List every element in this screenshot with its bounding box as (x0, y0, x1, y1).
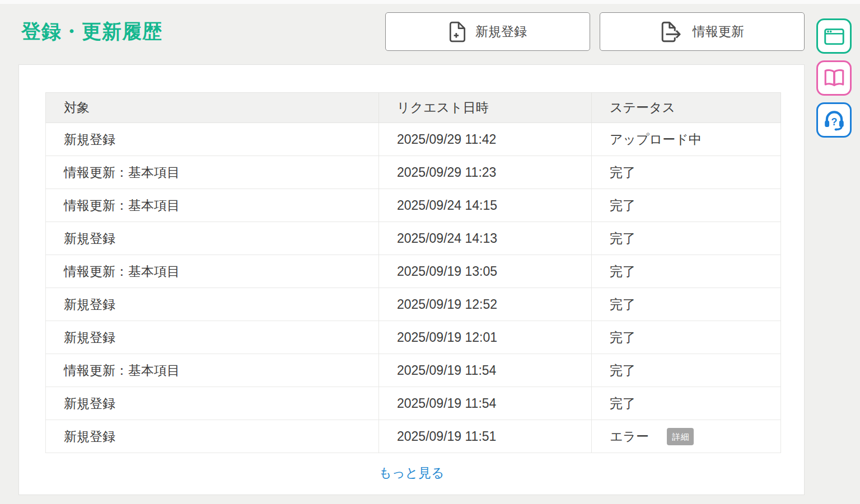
info-update-button[interactable]: 情報更新 (600, 12, 805, 51)
cell-target: 新規登録 (46, 420, 379, 453)
cell-requested-at: 2025/09/19 12:01 (379, 321, 592, 354)
table-row: 新規登録 2025/09/29 11:42 アップロード中 (46, 123, 781, 156)
cell-requested-at: 2025/09/19 12:52 (379, 288, 592, 321)
cell-requested-at: 2025/09/29 11:42 (379, 123, 592, 156)
cell-status: アップロード中 (592, 123, 781, 156)
cell-target: 情報更新：基本項目 (46, 156, 379, 189)
cell-target: 情報更新：基本項目 (46, 255, 379, 288)
status-text: アップロード中 (610, 132, 702, 147)
file-export-icon (660, 21, 684, 43)
cell-requested-at: 2025/09/24 14:15 (379, 189, 592, 222)
floating-sidebar: ? (816, 18, 852, 138)
cell-target: 情報更新：基本項目 (46, 354, 379, 387)
table-row: 情報更新：基本項目 2025/09/19 11:54 完了 (46, 354, 781, 387)
cell-requested-at: 2025/09/19 11:54 (379, 354, 592, 387)
history-table: 対象 リクエスト日時 ステータス 新規登録 2025/09/29 11:42 ア… (45, 92, 781, 453)
info-update-label: 情報更新 (693, 23, 744, 40)
status-text: 完了 (610, 231, 635, 246)
table-row: 情報更新：基本項目 2025/09/19 13:05 完了 (46, 255, 781, 288)
status-text: 完了 (610, 297, 635, 312)
column-header-requested-at: リクエスト日時 (379, 93, 592, 123)
cell-target: 新規登録 (46, 321, 379, 354)
status-text: 完了 (610, 264, 635, 279)
table-row: 新規登録 2025/09/19 12:01 完了 (46, 321, 781, 354)
file-plus-icon (448, 21, 466, 43)
cell-status: エラー 詳細 (592, 420, 781, 453)
cell-target: 新規登録 (46, 123, 379, 156)
show-more-link[interactable]: もっと見る (378, 465, 444, 480)
history-panel: 対象 リクエスト日時 ステータス 新規登録 2025/09/29 11:42 ア… (18, 64, 805, 495)
table-row: 情報更新：基本項目 2025/09/29 11:23 完了 (46, 156, 781, 189)
help-headset-icon[interactable]: ? (816, 102, 852, 138)
status-text: エラー (610, 429, 649, 444)
cell-requested-at: 2025/09/24 14:13 (379, 222, 592, 255)
history-table-body: 新規登録 2025/09/29 11:42 アップロード中 情報更新：基本項目 … (46, 123, 781, 453)
cell-status: 完了 (592, 321, 781, 354)
column-header-status: ステータス (592, 93, 781, 123)
more-link-container: もっと見る (19, 464, 804, 482)
cell-target: 新規登録 (46, 222, 379, 255)
status-text: 完了 (610, 165, 635, 180)
table-row: 新規登録 2025/09/19 11:54 完了 (46, 387, 781, 420)
svg-text:?: ? (831, 116, 837, 127)
page-top-edge (0, 0, 860, 4)
status-text: 完了 (610, 330, 635, 345)
cell-status: 完了 (592, 255, 781, 288)
cell-status: 完了 (592, 189, 781, 222)
column-header-target: 対象 (46, 93, 379, 123)
table-row: 新規登録 2025/09/19 12:52 完了 (46, 288, 781, 321)
cell-status: 完了 (592, 222, 781, 255)
status-text: 完了 (610, 396, 635, 411)
detail-button[interactable]: 詳細 (667, 428, 694, 445)
new-registration-label: 新規登録 (475, 23, 527, 40)
table-row: 情報更新：基本項目 2025/09/24 14:15 完了 (46, 189, 781, 222)
browser-window-icon[interactable] (816, 18, 852, 54)
cell-status: 完了 (592, 387, 781, 420)
cell-target: 新規登録 (46, 288, 379, 321)
cell-target: 情報更新：基本項目 (46, 189, 379, 222)
table-row: 新規登録 2025/09/19 11:51 エラー 詳細 (46, 420, 781, 453)
cell-target: 新規登録 (46, 387, 379, 420)
cell-requested-at: 2025/09/29 11:23 (379, 156, 592, 189)
cell-requested-at: 2025/09/19 13:05 (379, 255, 592, 288)
cell-status: 完了 (592, 156, 781, 189)
cell-requested-at: 2025/09/19 11:51 (379, 420, 592, 453)
table-row: 新規登録 2025/09/24 14:13 完了 (46, 222, 781, 255)
cell-status: 完了 (592, 288, 781, 321)
manual-book-icon[interactable] (816, 60, 852, 96)
new-registration-button[interactable]: 新規登録 (385, 12, 590, 51)
status-text: 完了 (610, 363, 635, 378)
page-title: 登録・更新履歴 (21, 18, 162, 45)
cell-status: 完了 (592, 354, 781, 387)
status-text: 完了 (610, 198, 635, 213)
cell-requested-at: 2025/09/19 11:54 (379, 387, 592, 420)
history-table-header: 対象 リクエスト日時 ステータス (46, 93, 781, 123)
